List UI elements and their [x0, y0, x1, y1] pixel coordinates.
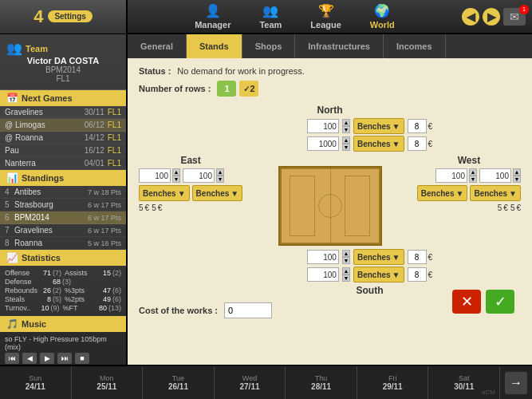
music-rewind-button[interactable]: ◀ — [22, 353, 37, 364]
south-row1-spin-down[interactable]: ▼ — [342, 257, 350, 264]
rows-label: Number of rows : — [139, 84, 211, 93]
north-row-2: ▲ ▼ Benches ▼ € — [219, 136, 521, 152]
west-top-spin1-up[interactable]: ▲ — [469, 168, 477, 176]
stat-row: Defense 68 (3) — [5, 278, 121, 286]
north-row2-spinner: ▲ ▼ — [342, 136, 350, 151]
stats-grid: Offense 71 (7) Assists 15 (2) Defense 68… — [0, 266, 126, 316]
stat-name: %3pts — [65, 286, 97, 294]
south-row2-input[interactable] — [307, 267, 339, 282]
tab-shops[interactable]: Shops — [242, 34, 296, 58]
row-btn-2[interactable]: ✓ 2 — [239, 81, 258, 97]
south-row2-spin-down[interactable]: ▼ — [342, 275, 350, 282]
north-row1-input[interactable] — [307, 119, 339, 133]
game-team: Gravelines — [5, 108, 85, 117]
cost-input[interactable] — [224, 302, 272, 318]
south-row1-spinner: ▲ ▼ — [342, 250, 350, 264]
confirm-button[interactable]: ✓ — [486, 290, 514, 314]
south-row1-bench-select[interactable]: Benches ▼ — [353, 249, 404, 265]
north-row1-price-input[interactable] — [408, 119, 427, 133]
west-top-spin2-down[interactable]: ▼ — [513, 176, 521, 183]
tab-general[interactable]: General — [128, 34, 187, 58]
stat-val: 8 — [37, 295, 51, 303]
music-next-button[interactable]: ⏭ — [57, 353, 72, 364]
east-top-input-2[interactable] — [183, 168, 215, 183]
east-top-spin2-up[interactable]: ▲ — [216, 168, 224, 176]
day-cell-thu[interactable]: Thu 28/11 — [286, 366, 357, 399]
currency-icon: € — [516, 203, 521, 212]
nav-item-team[interactable]: 👥 Team — [253, 0, 288, 33]
tab-incomes[interactable]: Incomes — [384, 34, 446, 58]
nav-forward-button[interactable]: ▶ — [483, 8, 500, 26]
south-row1-input[interactable] — [307, 250, 339, 264]
action-buttons: ✕ ✓ — [452, 290, 514, 314]
stat-name: %FT — [63, 304, 95, 312]
south-row1-spin-up[interactable]: ▲ — [342, 250, 350, 257]
west-top-spin2-up[interactable]: ▲ — [513, 168, 521, 176]
north-row2-spin-up[interactable]: ▲ — [342, 136, 350, 144]
east-top-spin1-up[interactable]: ▲ — [172, 168, 180, 176]
bottom-next-button[interactable]: → — [500, 366, 532, 399]
standing-team: BPM2014 — [14, 213, 88, 222]
east-top-spin1-down[interactable]: ▼ — [172, 176, 180, 183]
statistics-header: 📈 Statistics — [0, 250, 126, 266]
east-bench-select-2[interactable]: Benches ▼ — [192, 185, 243, 201]
cancel-button[interactable]: ✕ — [452, 290, 481, 314]
west-top-input-2[interactable] — [479, 168, 511, 183]
west-top-input-1[interactable] — [435, 168, 467, 183]
east-top-spin2-down[interactable]: ▼ — [216, 176, 224, 183]
south-row2-bench-select[interactable]: Benches ▼ — [353, 267, 404, 282]
nav-item-manager[interactable]: 👤 Manager — [188, 0, 237, 33]
west-bench-select-2[interactable]: Benches ▼ — [470, 185, 521, 201]
west-top-inputs: ▲ ▼ ▲ ▼ — [435, 168, 521, 183]
arrow-right-icon: → — [505, 372, 527, 394]
day-date: 24/11 — [26, 382, 45, 391]
music-controls: ⏮ ◀ ▶ ⏭ ■ — [5, 353, 121, 364]
north-row2-spin-down[interactable]: ▼ — [342, 144, 350, 151]
west-top-spin1-down[interactable]: ▼ — [469, 176, 477, 183]
north-row2-input[interactable] — [307, 136, 339, 151]
standing-pos: 6 — [5, 213, 14, 222]
currency-label: 5 — [152, 203, 156, 212]
trophy-icon: 🏆 — [318, 3, 334, 18]
east-bench-row: Benches ▼ Benches ▼ — [139, 185, 242, 201]
content-area: Status : No demand for work in progress.… — [128, 58, 532, 365]
nav-items: 👤 Manager 👥 Team 🏆 League 🌍 World — [128, 0, 462, 33]
west-bench-select-1[interactable]: Benches ▼ — [417, 185, 468, 201]
north-row1-bench-select[interactable]: Benches ▼ — [353, 118, 404, 134]
day-cell-tue[interactable]: Tue 26/11 — [143, 366, 215, 399]
game-row: Nanterra 04/01 FL1 — [0, 157, 126, 170]
east-top-input-1[interactable] — [139, 168, 171, 183]
tab-infrastructures[interactable]: Infrastructures — [295, 34, 384, 58]
nav-item-league[interactable]: 🏆 League — [304, 0, 348, 33]
east-bench-select-1[interactable]: Benches ▼ — [139, 185, 190, 201]
nav-back-button[interactable]: ◀ — [462, 8, 479, 26]
mail-button[interactable]: ✉ 1 — [503, 8, 526, 26]
day-cell-fri[interactable]: Fri 29/11 — [357, 366, 429, 399]
music-stop-button[interactable]: ■ — [75, 353, 89, 364]
standing-pos: 7 — [5, 226, 14, 235]
music-play-button[interactable]: ▶ — [40, 353, 54, 364]
nav-item-world[interactable]: 🌍 World — [364, 0, 401, 33]
status-label: Status : — [139, 66, 171, 76]
settings-button[interactable]: Settings — [48, 10, 92, 22]
team-section: 👥 Team Victor DA COSTA BPM2014 FL1 — [0, 34, 126, 90]
north-row1-spin-down[interactable]: ▼ — [342, 126, 350, 133]
row-btn-1[interactable]: 1 — [217, 81, 236, 97]
day-cell-wed[interactable]: Wed 27/11 — [215, 366, 286, 399]
south-row2-price-input[interactable] — [408, 267, 427, 282]
south-row1-price-input[interactable] — [408, 250, 427, 264]
north-row-1: ▲ ▼ Benches ▼ € — [219, 118, 521, 134]
status-value: No demand for work in progress. — [177, 66, 305, 76]
bench-label: Benches — [196, 189, 230, 198]
south-row-1: ▲ ▼ Benches ▼ € — [219, 249, 521, 265]
north-row2-price-input[interactable] — [408, 136, 427, 151]
south-row2-spin-up[interactable]: ▲ — [342, 267, 350, 275]
east-price-row: 5 € 5 € — [139, 203, 162, 212]
day-cell-mon[interactable]: Mon 25/11 — [72, 366, 144, 399]
day-cell-sun[interactable]: Sun 24/11 — [0, 366, 72, 399]
north-row1-spin-up[interactable]: ▲ — [342, 119, 350, 126]
north-row2-bench-select[interactable]: Benches ▼ — [353, 136, 404, 152]
tab-stands[interactable]: Stands — [187, 34, 242, 58]
standing-row: 7 Gravelines 6 w 17 Pts — [0, 224, 126, 237]
music-prev-button[interactable]: ⏮ — [5, 353, 19, 364]
